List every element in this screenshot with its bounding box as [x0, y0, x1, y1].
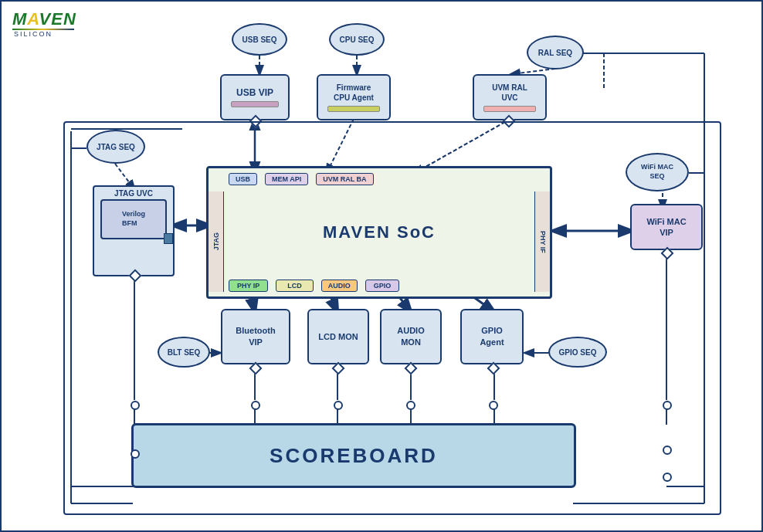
logo-maven-text: MAVEN	[12, 11, 76, 28]
usb-seq-oval: USB SEQ	[232, 23, 287, 56]
uvm-ral-uvc-box: UVM RALUVC	[473, 74, 547, 120]
svg-line-2	[511, 69, 555, 74]
cpu-seq-oval: CPU SEQ	[329, 23, 385, 56]
usb-vip-box: USB VIP	[220, 74, 290, 120]
firmware-cpu-box: FirmwareCPU Agent	[317, 74, 391, 120]
diagram-container: MAVEN SILICON	[0, 0, 763, 532]
outer-border	[63, 121, 721, 515]
ral-seq-oval: RAL SEQ	[527, 36, 584, 69]
logo: MAVEN SILICON	[12, 11, 76, 38]
logo-silicon-text: SILICON	[14, 30, 53, 38]
